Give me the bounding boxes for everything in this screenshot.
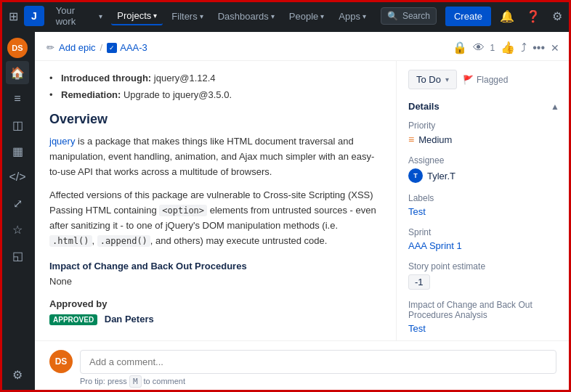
assignee-name: Tyler.T — [427, 171, 455, 181]
app-logo[interactable]: J — [24, 6, 44, 26]
create-button[interactable]: Create — [445, 7, 491, 26]
priority-text: Medium — [418, 134, 452, 145]
issue-key-badge: ✓ AAA-3 — [107, 42, 147, 53]
breadcrumb: ✏ Add epic / ✓ AAA-3 — [46, 42, 447, 53]
flag-icon: 🚩 — [463, 75, 474, 85]
lock-icon[interactable]: 🔒 — [453, 41, 467, 54]
sprint-row: Sprint AAA Sprint 1 — [408, 227, 559, 251]
settings-icon[interactable]: ⚙ — [549, 7, 565, 26]
sidebar-board-icon[interactable]: ◫ — [6, 113, 29, 136]
dashboards-menu[interactable]: Dashboards ▾ — [212, 8, 280, 25]
breadcrumb-separator: / — [100, 42, 103, 53]
priority-value: ≡ Medium — [408, 134, 559, 145]
issue-header: ✏ Add epic / ✓ AAA-3 🔒 👁 1 👍 ⤴ ••• ✕ — [35, 32, 571, 61]
impact-analysis-value[interactable]: Test — [408, 323, 559, 334]
people-menu[interactable]: People ▾ — [283, 8, 330, 25]
sidebar-settings-icon[interactable]: ⚙ — [6, 363, 29, 386]
your-work-menu[interactable]: Your work ▾ — [50, 2, 109, 30]
approver-row: APPROVED Dan Peters — [49, 314, 381, 325]
comment-input[interactable] — [80, 350, 556, 374]
details-toggle-icon[interactable]: ▲ — [551, 102, 559, 112]
filters-menu[interactable]: Filters ▾ — [166, 8, 208, 25]
sprint-label: Sprint — [408, 227, 559, 237]
status-bar: To Do ▾ 🚩 Flagged — [408, 70, 559, 89]
apps-menu[interactable]: Apps ▾ — [333, 8, 372, 25]
sprint-value[interactable]: AAA Sprint 1 — [408, 240, 559, 251]
impact-analysis-row: Impact of Change and Back Out Procedures… — [408, 300, 559, 334]
impact-value: None — [49, 276, 381, 287]
flagged-label: Flagged — [477, 75, 508, 85]
more-icon[interactable]: ••• — [532, 41, 545, 54]
issue-content: Introduced through: jquery@1.12.4 Remedi… — [35, 61, 397, 340]
flagged-badge: 🚩 Flagged — [463, 75, 508, 85]
overview-paragraph-1: jquery is a package that makes things li… — [49, 134, 381, 179]
pencil-icon: ✏ — [46, 42, 54, 53]
priority-label: Priority — [408, 121, 559, 131]
intro-introduced: Introduced through: jquery@1.12.4 — [49, 73, 381, 83]
grid-icon[interactable]: ⊞ — [6, 7, 21, 26]
comment-hint-key: M — [129, 375, 142, 388]
user-avatar[interactable]: DS — [7, 38, 28, 58]
share-icon[interactable]: ⤴ — [521, 41, 527, 54]
projects-menu[interactable]: Projects ▾ — [111, 7, 163, 25]
help-icon[interactable]: ❓ — [523, 7, 543, 26]
sidebar-code-icon[interactable]: </> — [6, 166, 29, 189]
approved-by-section: Approved by APPROVED Dan Peters — [49, 298, 381, 325]
projects-chevron: ▾ — [153, 12, 157, 20]
sidebar-page-icon[interactable]: ◱ — [6, 244, 29, 267]
search-box[interactable]: 🔍 Search — [381, 7, 437, 25]
topnav-actions: Create 🔔 ❓ ⚙ — [445, 7, 565, 26]
watch-icon[interactable]: 👁 — [473, 41, 485, 54]
status-dropdown[interactable]: To Do ▾ — [408, 70, 457, 89]
approver-name: Dan Peters — [105, 314, 154, 324]
jquery-link[interactable]: jquery — [49, 136, 75, 147]
sidebar-link-icon[interactable]: ⤢ — [6, 192, 29, 215]
sidebar-grid-icon[interactable]: ▦ — [6, 139, 29, 163]
details-title: Details — [408, 101, 440, 112]
issue-key: AAA-3 — [120, 42, 147, 53]
story-point-label: Story point estimate — [408, 261, 559, 271]
sidebar-star-icon[interactable]: ☆ — [6, 218, 29, 241]
sidebar-home-icon[interactable]: 🏠 — [6, 61, 29, 84]
overview-paragraph-2: Affected versions of this package are vu… — [49, 188, 381, 248]
watch-count: 1 — [490, 43, 495, 53]
impact-title: Impact of Change and Back Out Procedures — [49, 261, 381, 271]
close-icon[interactable]: ✕ — [551, 42, 559, 54]
overview-title: Overview — [49, 112, 381, 127]
issue-header-actions: 🔒 👁 1 👍 ⤴ ••• ✕ — [453, 41, 560, 54]
code-append: .append() — [97, 235, 150, 247]
top-navigation: ⊞ J Your work ▾ Projects ▾ Filters ▾ Das… — [0, 0, 571, 32]
labels-row: Labels Test — [408, 193, 559, 217]
comment-user-avatar: DS — [49, 350, 73, 373]
impact-analysis-label: Impact of Change and Back Out Procedures… — [408, 300, 559, 320]
sidebar-list-icon[interactable]: ≡ — [6, 87, 29, 110]
story-point-value: -1 — [408, 274, 559, 290]
intro-remediation: Remediation: Upgrade to jquery@3.5.0. — [49, 89, 381, 100]
labels-label: Labels — [408, 193, 559, 203]
comment-input-wrap: Pro tip: press M to comment — [80, 350, 556, 386]
status-label: To Do — [416, 74, 441, 85]
add-epic-link[interactable]: Add epic — [59, 42, 96, 53]
priority-icon: ≡ — [408, 134, 414, 145]
story-point-row: Story point estimate -1 — [408, 261, 559, 290]
comment-hint: Pro tip: press M to comment — [80, 377, 556, 386]
people-chevron: ▾ — [320, 12, 324, 20]
assignee-label: Assignee — [408, 155, 559, 166]
apps-chevron: ▾ — [363, 12, 366, 20]
main-area: ✏ Add epic / ✓ AAA-3 🔒 👁 1 👍 ⤴ ••• ✕ — [35, 32, 571, 392]
left-sidebar: DS 🏠 ≡ ◫ ▦ </> ⤢ ☆ ◱ ⚙ — [0, 32, 35, 392]
notifications-icon[interactable]: 🔔 — [497, 7, 517, 26]
approved-by-label: Approved by — [49, 298, 381, 309]
assignee-value: T Tyler.T — [408, 168, 559, 183]
filters-chevron: ▾ — [200, 12, 203, 20]
approved-badge: APPROVED — [49, 314, 97, 325]
priority-row: Priority ≡ Medium — [408, 121, 559, 145]
search-icon: 🔍 — [387, 11, 398, 21]
issue-body: Introduced through: jquery@1.12.4 Remedi… — [35, 61, 571, 340]
labels-value[interactable]: Test — [408, 206, 559, 217]
issue-type-icon: ✓ — [107, 43, 117, 53]
code-html: .html() — [49, 235, 92, 247]
like-icon[interactable]: 👍 — [501, 41, 515, 54]
issue-sidebar: To Do ▾ 🚩 Flagged Details ▲ Priority — [397, 61, 571, 340]
comment-area: DS Pro tip: press M to comment — [35, 340, 571, 392]
